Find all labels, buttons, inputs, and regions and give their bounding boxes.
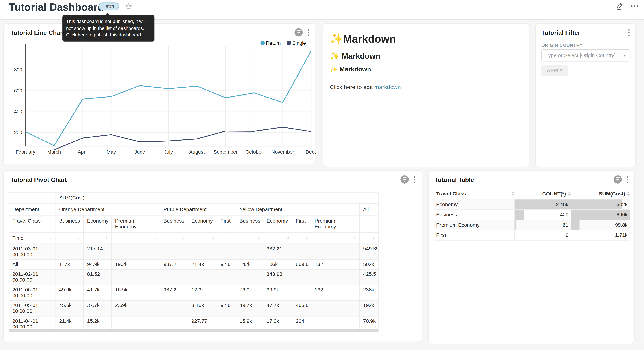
sort-icon[interactable] xyxy=(568,192,571,196)
pivot-value-cell: 192k xyxy=(360,300,378,316)
pivot-row: 2011-03-0100:00:00217.14332.21549.35 xyxy=(9,244,378,260)
pivot-value-cell xyxy=(217,285,236,300)
pivot-class-header xyxy=(360,215,378,232)
ellipsis-menu-icon[interactable] xyxy=(631,5,638,7)
pivot-title: Tutorial Pivot Chart xyxy=(10,176,67,183)
sort-icon[interactable] xyxy=(627,192,630,196)
kebab-menu-icon[interactable] xyxy=(413,175,416,184)
header-count[interactable]: COUNT(*) xyxy=(515,191,571,197)
pivot-class-header: Premium Economy xyxy=(112,215,160,232)
sort-icon[interactable]: ↓↑ xyxy=(354,235,356,240)
markdown-h3: ✨ Markdown xyxy=(330,66,522,73)
pivot-value-cell xyxy=(311,244,360,260)
pencil-edit-icon[interactable] xyxy=(615,2,624,11)
x-tick: July xyxy=(164,149,173,155)
pivot-group-header: Orange Department xyxy=(56,204,160,215)
pivot-value-cell xyxy=(292,244,311,260)
sort-icon[interactable]: ↓↑ xyxy=(106,235,108,240)
pivot-scrollbar[interactable] xyxy=(9,329,378,332)
x-tick: August xyxy=(190,149,205,155)
table-title: Tutorial Table xyxy=(434,176,474,183)
origin-country-select[interactable]: Type or Select [Origin Country] xyxy=(541,49,630,62)
pivot-time-header: Time↓↑ xyxy=(9,232,56,244)
sort-icon[interactable]: ↓↑ xyxy=(154,235,156,240)
pivot-sort-cell: ↓↑ xyxy=(84,232,112,244)
pivot-sort-cell: ↓↑ xyxy=(236,232,263,244)
table-row: First91.71k xyxy=(434,230,630,241)
pivot-row-label: 2011-06-0100:00:00 xyxy=(9,285,56,300)
pivot-value-cell: 41.7k xyxy=(84,285,112,300)
pivot-row: 2011-05-0100:00:0045.5k37.7k2.69k8.16k92… xyxy=(9,300,378,316)
markdown-edit-link[interactable]: markdown xyxy=(374,84,401,90)
x-tick: November xyxy=(272,149,294,155)
header-travel-class[interactable]: Travel Class xyxy=(434,191,515,197)
travel-class-cell: Premium Economy xyxy=(434,220,515,230)
pivot-value-cell: 669.6 xyxy=(292,260,311,269)
x-tick: May xyxy=(106,149,116,155)
pivot-value-cell: 502k xyxy=(360,260,378,269)
pivot-row-label: 2011-05-0100:00:00 xyxy=(9,300,56,316)
pivot-sort-cell: ↓↑ xyxy=(188,232,217,244)
travel-class-cell: Economy xyxy=(434,200,515,209)
pivot-row-label: 2011-02-0100:00:00 xyxy=(9,269,56,285)
pivot-value-cell xyxy=(236,269,263,285)
pivot-value-cell: 937.2 xyxy=(160,285,188,300)
sort-icon[interactable]: ↓↑ xyxy=(211,235,214,240)
kebab-menu-icon[interactable] xyxy=(626,175,629,184)
pivot-class-header: First xyxy=(217,215,236,232)
sort-desc-active-icon[interactable]: ↓≡ xyxy=(372,235,375,240)
pivot-row: All117k94.9k19.2k937.221.4k92.6142k106k6… xyxy=(9,260,378,269)
pivot-value-cell xyxy=(56,269,84,285)
sum-cell: 602k xyxy=(571,200,630,209)
count-cell: 420 xyxy=(515,210,571,220)
pivot-row: 2011-02-0100:00:0081.52343.98425.5 xyxy=(9,269,378,285)
pivot-class-header: Business xyxy=(236,215,263,232)
pivot-class-header: Economy xyxy=(263,215,292,232)
sort-icon[interactable]: ↓↑ xyxy=(257,235,260,240)
pivot-sort-cell: ↓↑ xyxy=(292,232,311,244)
kebab-menu-icon[interactable] xyxy=(627,28,630,37)
pivot-row-label: 2011-03-0100:00:00 xyxy=(9,244,56,260)
draft-badge[interactable]: Draft xyxy=(98,2,119,10)
line-chart-title: Tutorial Line Chart xyxy=(10,29,64,36)
filter-badge-icon[interactable] xyxy=(400,175,408,184)
header-sum-cost[interactable]: SUM(Cost) xyxy=(571,191,630,197)
sort-icon[interactable] xyxy=(512,192,515,196)
pivot-value-cell xyxy=(56,244,84,260)
x-tick: April xyxy=(78,149,88,155)
pivot-value-cell: 37.7k xyxy=(84,300,112,316)
filter-badge-icon[interactable] xyxy=(294,28,302,37)
count-cell: 9 xyxy=(515,230,571,240)
apply-button[interactable]: APPLY xyxy=(541,65,568,76)
filter-badge-icon[interactable] xyxy=(613,175,622,184)
table-header-row: Travel Class COUNT(*) SUM(Cost) xyxy=(434,189,630,200)
sort-icon[interactable]: ↓↑ xyxy=(50,235,52,240)
sort-icon[interactable]: ↓↑ xyxy=(182,235,184,240)
pivot-sort-cell: ↓↑ xyxy=(160,232,188,244)
sort-icon[interactable]: ↓↑ xyxy=(230,235,232,240)
kebab-menu-icon[interactable] xyxy=(307,28,310,37)
star-outline-icon[interactable] xyxy=(124,2,132,11)
sort-icon[interactable]: ↓↑ xyxy=(305,235,308,240)
markdown-h1: ✨Markdown xyxy=(330,33,522,46)
pivot-value-cell: 49.7k xyxy=(236,300,263,316)
card-line-chart: Tutorial Line Chart Return Single Februa… xyxy=(3,24,316,164)
pivot-dim-header: Travel Class xyxy=(9,215,56,232)
results-table: Travel Class COUNT(*) SUM(Cost) Economy2… xyxy=(434,189,630,240)
pivot-value-cell xyxy=(188,269,217,285)
value-bar xyxy=(515,210,524,220)
page-title: Tutorial Dashboard xyxy=(9,1,104,13)
pivot-class-header: First xyxy=(292,215,311,232)
pivot-cell xyxy=(9,192,56,204)
pivot-value-cell xyxy=(217,244,236,260)
pivot-value-cell xyxy=(311,269,360,285)
value-bar xyxy=(515,220,516,230)
sort-icon[interactable]: ↓↑ xyxy=(78,235,80,240)
pivot-row-label: All xyxy=(9,260,56,269)
y-tick: 400 xyxy=(14,109,22,114)
pivot-value-cell xyxy=(112,244,160,260)
sort-icon[interactable]: ↓↑ xyxy=(286,235,289,240)
pivot-sort-cell: ↓↑ xyxy=(311,232,360,244)
origin-country-label: ORIGIN COUNTRY xyxy=(541,42,582,48)
pivot-value-cell: 47.7k xyxy=(263,300,292,316)
